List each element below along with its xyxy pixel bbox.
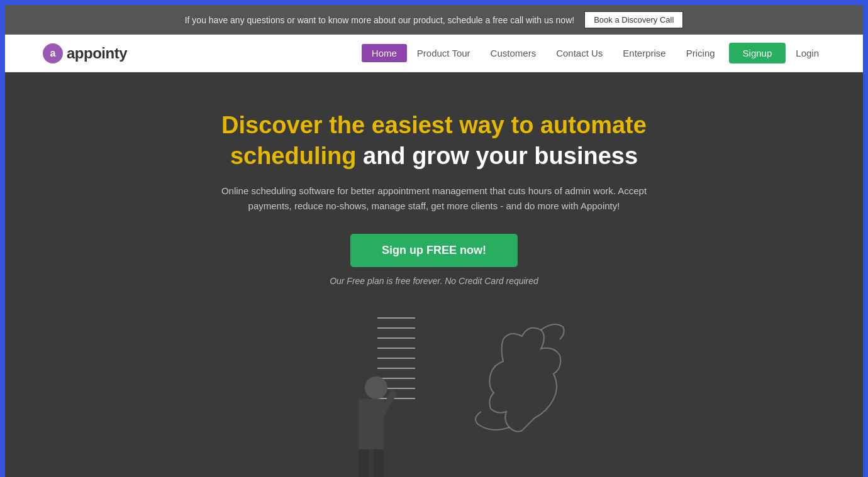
login-link[interactable]: Login	[789, 48, 825, 58]
logo-letter: a	[50, 48, 56, 59]
signup-free-button[interactable]: Sign up FREE now!	[350, 234, 518, 267]
hero-subtitle: Online scheduling software for better ap…	[208, 184, 660, 214]
free-plan-note: Our Free plan is free forever. No Credit…	[330, 276, 538, 286]
announcement-text: If you have any questions or want to kno…	[185, 15, 574, 25]
hero-visual	[245, 305, 623, 477]
nav-link-contact[interactable]: Contact Us	[546, 44, 613, 62]
hero-section: Discover the easiest way to automate sch…	[5, 72, 863, 477]
ruler-line	[377, 368, 415, 369]
page-wrapper: If you have any questions or want to kno…	[0, 0, 868, 477]
nav-item-home[interactable]: Home	[362, 44, 407, 62]
discovery-call-button[interactable]: Book a Discovery Call	[584, 11, 683, 28]
nav-links: Home Product Tour Customers Contact Us E…	[362, 44, 725, 62]
nav-item-contact[interactable]: Contact Us	[546, 44, 613, 62]
ruler-line	[377, 337, 415, 339]
ruler-line	[377, 358, 415, 359]
signup-button[interactable]: Signup	[729, 43, 786, 63]
announcement-bar: If you have any questions or want to kno…	[5, 5, 863, 35]
dino-svg	[459, 317, 585, 443]
nav-item-product-tour[interactable]: Product Tour	[407, 44, 481, 62]
hero-title-rest: and grow your business	[356, 143, 638, 169]
nav-item-pricing[interactable]: Pricing	[676, 44, 725, 62]
nav-link-home[interactable]: Home	[362, 44, 407, 62]
hero-title: Discover the easiest way to automate sch…	[182, 110, 686, 172]
nav-link-enterprise[interactable]: Enterprise	[613, 44, 676, 62]
nav-link-pricing[interactable]: Pricing	[676, 44, 725, 62]
ruler-line	[377, 348, 415, 349]
ruler-line	[377, 317, 415, 319]
navbar: a appointy Home Product Tour Customers C…	[5, 35, 863, 72]
nav-link-customers[interactable]: Customers	[481, 44, 547, 62]
logo-icon: a	[43, 43, 63, 63]
ruler-line	[377, 327, 415, 329]
nav-link-product-tour[interactable]: Product Tour	[407, 44, 481, 62]
logo-area: a appointy	[43, 43, 127, 63]
nav-item-enterprise[interactable]: Enterprise	[613, 44, 676, 62]
logo-text: appointy	[67, 45, 127, 62]
child-silhouette	[359, 376, 384, 477]
nav-item-customers[interactable]: Customers	[481, 44, 547, 62]
